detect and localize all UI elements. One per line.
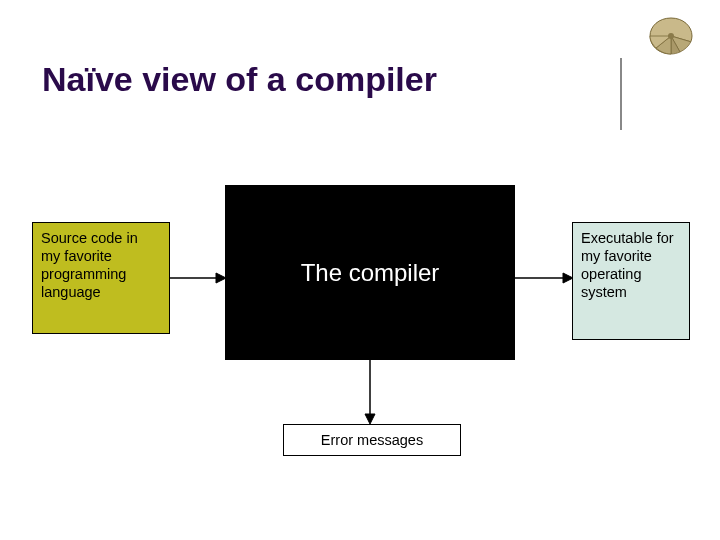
compiler-box: The compiler bbox=[225, 185, 515, 360]
svg-marker-4 bbox=[563, 273, 573, 283]
executable-box: Executable for my favorite operating sys… bbox=[572, 222, 690, 340]
svg-marker-2 bbox=[216, 273, 226, 283]
svg-point-0 bbox=[668, 33, 674, 39]
source-code-box: Source code in my favorite programming l… bbox=[32, 222, 170, 334]
svg-marker-6 bbox=[365, 414, 375, 424]
arrow-compiler-to-output bbox=[515, 270, 573, 286]
shell-icon bbox=[644, 14, 698, 60]
error-messages-box: Error messages bbox=[283, 424, 461, 456]
title-divider bbox=[620, 58, 622, 130]
arrow-compiler-to-errors bbox=[362, 360, 378, 424]
arrow-source-to-compiler bbox=[170, 270, 226, 286]
slide-title: Naïve view of a compiler bbox=[42, 60, 437, 99]
